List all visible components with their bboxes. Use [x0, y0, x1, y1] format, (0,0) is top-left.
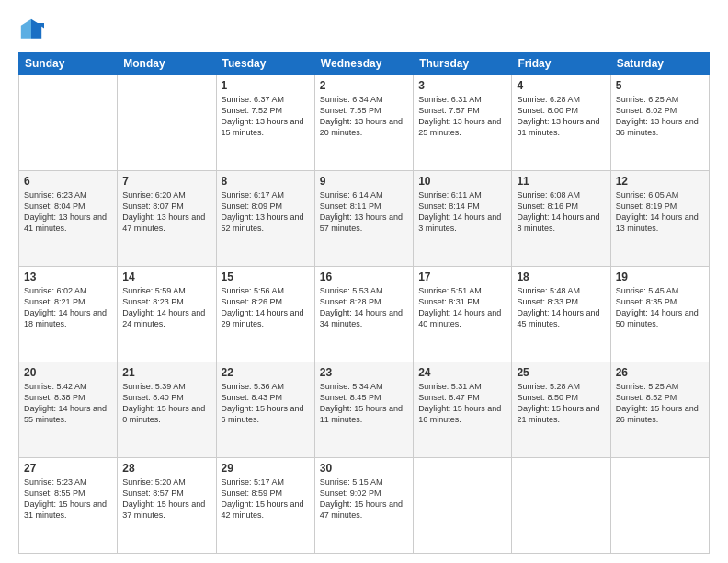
- calendar-cell: 28Sunrise: 5:20 AM Sunset: 8:57 PM Dayli…: [118, 458, 216, 554]
- day-header-saturday: Saturday: [610, 52, 709, 75]
- day-number: 2: [320, 79, 408, 92]
- day-info: Sunrise: 5:23 AM Sunset: 8:55 PM Dayligh…: [24, 477, 112, 522]
- day-number: 7: [122, 175, 210, 188]
- day-number: 27: [24, 462, 112, 475]
- day-number: 19: [616, 270, 704, 283]
- svg-marker-0: [31, 19, 41, 39]
- calendar-cell: 4Sunrise: 6:28 AM Sunset: 8:00 PM Daylig…: [512, 75, 610, 171]
- day-number: 9: [320, 175, 408, 188]
- calendar-cell: 22Sunrise: 5:36 AM Sunset: 8:43 PM Dayli…: [216, 362, 314, 458]
- calendar-cell: 20Sunrise: 5:42 AM Sunset: 8:38 PM Dayli…: [19, 362, 118, 458]
- day-info: Sunrise: 6:23 AM Sunset: 8:04 PM Dayligh…: [24, 190, 112, 235]
- day-number: 6: [24, 175, 112, 188]
- day-number: 12: [616, 175, 704, 188]
- day-info: Sunrise: 5:25 AM Sunset: 8:52 PM Dayligh…: [616, 381, 704, 426]
- calendar-cell: 17Sunrise: 5:51 AM Sunset: 8:31 PM Dayli…: [414, 267, 512, 362]
- logo-icon: [18, 17, 44, 42]
- day-info: Sunrise: 6:02 AM Sunset: 8:21 PM Dayligh…: [24, 285, 112, 330]
- day-info: Sunrise: 6:25 AM Sunset: 8:02 PM Dayligh…: [616, 94, 704, 139]
- day-info: Sunrise: 5:15 AM Sunset: 9:02 PM Dayligh…: [320, 477, 408, 522]
- day-number: 3: [418, 79, 506, 92]
- day-info: Sunrise: 5:51 AM Sunset: 8:31 PM Dayligh…: [418, 285, 506, 330]
- day-number: 16: [320, 270, 408, 283]
- header: [18, 17, 710, 42]
- calendar-cell: [414, 458, 512, 554]
- day-number: 21: [122, 366, 210, 379]
- day-number: 23: [320, 366, 408, 379]
- day-header-friday: Friday: [512, 52, 610, 75]
- calendar-cell: [118, 75, 216, 171]
- day-number: 28: [122, 462, 210, 475]
- day-number: 1: [222, 79, 310, 92]
- day-info: Sunrise: 5:48 AM Sunset: 8:33 PM Dayligh…: [517, 285, 605, 330]
- day-number: 18: [517, 270, 605, 283]
- day-info: Sunrise: 6:14 AM Sunset: 8:11 PM Dayligh…: [320, 190, 408, 235]
- day-number: 29: [222, 462, 310, 475]
- svg-marker-1: [21, 19, 31, 39]
- calendar-cell: [512, 458, 610, 554]
- calendar-cell: 5Sunrise: 6:25 AM Sunset: 8:02 PM Daylig…: [610, 75, 709, 171]
- day-info: Sunrise: 6:37 AM Sunset: 7:52 PM Dayligh…: [222, 94, 310, 139]
- day-info: Sunrise: 5:36 AM Sunset: 8:43 PM Dayligh…: [222, 381, 310, 426]
- day-header-tuesday: Tuesday: [216, 52, 314, 75]
- day-header-monday: Monday: [118, 52, 216, 75]
- day-header-thursday: Thursday: [414, 52, 512, 75]
- calendar-header-row: SundayMondayTuesdayWednesdayThursdayFrid…: [19, 52, 710, 75]
- calendar-cell: 14Sunrise: 5:59 AM Sunset: 8:23 PM Dayli…: [118, 267, 216, 362]
- day-info: Sunrise: 5:53 AM Sunset: 8:28 PM Dayligh…: [320, 285, 408, 330]
- day-number: 17: [418, 270, 506, 283]
- day-info: Sunrise: 5:59 AM Sunset: 8:23 PM Dayligh…: [122, 285, 210, 330]
- calendar-cell: 13Sunrise: 6:02 AM Sunset: 8:21 PM Dayli…: [19, 267, 118, 362]
- calendar-week-3: 13Sunrise: 6:02 AM Sunset: 8:21 PM Dayli…: [19, 267, 710, 362]
- day-number: 20: [24, 366, 112, 379]
- calendar-cell: 2Sunrise: 6:34 AM Sunset: 7:55 PM Daylig…: [314, 75, 413, 171]
- day-info: Sunrise: 5:39 AM Sunset: 8:40 PM Dayligh…: [122, 381, 210, 426]
- calendar-table: SundayMondayTuesdayWednesdayThursdayFrid…: [18, 52, 710, 554]
- calendar-cell: 8Sunrise: 6:17 AM Sunset: 8:09 PM Daylig…: [216, 171, 314, 267]
- day-info: Sunrise: 6:31 AM Sunset: 7:57 PM Dayligh…: [418, 94, 506, 139]
- day-header-sunday: Sunday: [19, 52, 118, 75]
- calendar-cell: 12Sunrise: 6:05 AM Sunset: 8:19 PM Dayli…: [610, 171, 709, 267]
- calendar-cell: 21Sunrise: 5:39 AM Sunset: 8:40 PM Dayli…: [118, 362, 216, 458]
- day-info: Sunrise: 6:17 AM Sunset: 8:09 PM Dayligh…: [222, 190, 310, 235]
- day-info: Sunrise: 5:31 AM Sunset: 8:47 PM Dayligh…: [418, 381, 506, 426]
- calendar-cell: 29Sunrise: 5:17 AM Sunset: 8:59 PM Dayli…: [216, 458, 314, 554]
- day-header-wednesday: Wednesday: [314, 52, 413, 75]
- day-info: Sunrise: 5:42 AM Sunset: 8:38 PM Dayligh…: [24, 381, 112, 426]
- day-info: Sunrise: 5:56 AM Sunset: 8:26 PM Dayligh…: [222, 285, 310, 330]
- logo: [18, 17, 48, 42]
- page: SundayMondayTuesdayWednesdayThursdayFrid…: [0, 0, 728, 563]
- day-info: Sunrise: 6:05 AM Sunset: 8:19 PM Dayligh…: [616, 190, 704, 235]
- calendar-cell: 24Sunrise: 5:31 AM Sunset: 8:47 PM Dayli…: [414, 362, 512, 458]
- day-info: Sunrise: 5:45 AM Sunset: 8:35 PM Dayligh…: [616, 285, 704, 330]
- day-number: 4: [517, 79, 605, 92]
- calendar-cell: 19Sunrise: 5:45 AM Sunset: 8:35 PM Dayli…: [610, 267, 709, 362]
- day-info: Sunrise: 6:34 AM Sunset: 7:55 PM Dayligh…: [320, 94, 408, 139]
- calendar-cell: 30Sunrise: 5:15 AM Sunset: 9:02 PM Dayli…: [314, 458, 413, 554]
- calendar-week-1: 1Sunrise: 6:37 AM Sunset: 7:52 PM Daylig…: [19, 75, 710, 171]
- day-number: 22: [222, 366, 310, 379]
- calendar-cell: 11Sunrise: 6:08 AM Sunset: 8:16 PM Dayli…: [512, 171, 610, 267]
- day-number: 11: [517, 175, 605, 188]
- calendar-cell: 26Sunrise: 5:25 AM Sunset: 8:52 PM Dayli…: [610, 362, 709, 458]
- day-number: 14: [122, 270, 210, 283]
- calendar-cell: 15Sunrise: 5:56 AM Sunset: 8:26 PM Dayli…: [216, 267, 314, 362]
- day-number: 25: [517, 366, 605, 379]
- calendar-week-2: 6Sunrise: 6:23 AM Sunset: 8:04 PM Daylig…: [19, 171, 710, 267]
- day-info: Sunrise: 5:17 AM Sunset: 8:59 PM Dayligh…: [222, 477, 310, 522]
- calendar-cell: 3Sunrise: 6:31 AM Sunset: 7:57 PM Daylig…: [414, 75, 512, 171]
- calendar-cell: [610, 458, 709, 554]
- calendar-cell: 18Sunrise: 5:48 AM Sunset: 8:33 PM Dayli…: [512, 267, 610, 362]
- day-number: 13: [24, 270, 112, 283]
- calendar-cell: 9Sunrise: 6:14 AM Sunset: 8:11 PM Daylig…: [314, 171, 413, 267]
- day-info: Sunrise: 5:28 AM Sunset: 8:50 PM Dayligh…: [517, 381, 605, 426]
- day-info: Sunrise: 6:08 AM Sunset: 8:16 PM Dayligh…: [517, 190, 605, 235]
- calendar-cell: 16Sunrise: 5:53 AM Sunset: 8:28 PM Dayli…: [314, 267, 413, 362]
- day-number: 10: [418, 175, 506, 188]
- calendar-week-5: 27Sunrise: 5:23 AM Sunset: 8:55 PM Dayli…: [19, 458, 710, 554]
- day-info: Sunrise: 6:20 AM Sunset: 8:07 PM Dayligh…: [122, 190, 210, 235]
- calendar-cell: 27Sunrise: 5:23 AM Sunset: 8:55 PM Dayli…: [19, 458, 118, 554]
- day-number: 15: [222, 270, 310, 283]
- calendar-cell: [19, 75, 118, 171]
- calendar-cell: 25Sunrise: 5:28 AM Sunset: 8:50 PM Dayli…: [512, 362, 610, 458]
